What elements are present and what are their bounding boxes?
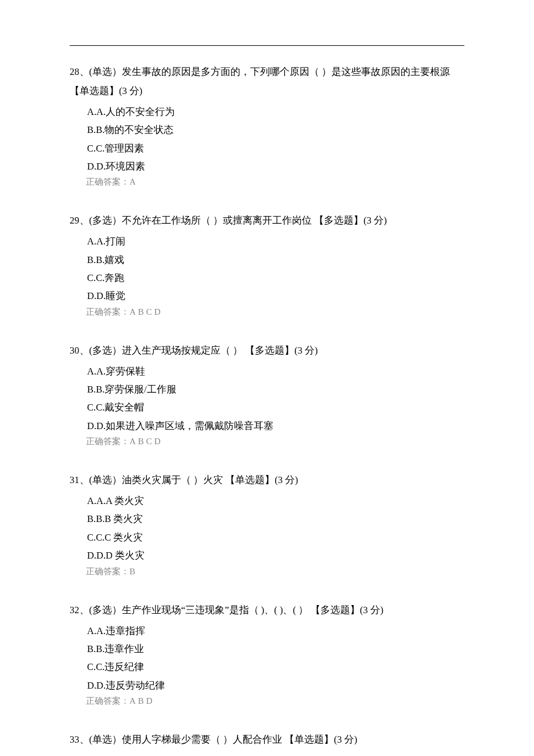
option-a: A.A.打闹 [87, 232, 464, 250]
options-list: A.A.穿劳保鞋 B.B.穿劳保服/工作服 C.C.戴安全帽 D.D.如果进入噪… [70, 362, 464, 435]
option-c: C.C.违反纪律 [87, 658, 464, 676]
top-ruler [70, 45, 464, 46]
correct-answer: 正确答案：A [70, 177, 464, 188]
option-a: A.A.违章指挥 [87, 622, 464, 640]
option-b: B.B.穿劳保服/工作服 [87, 380, 464, 398]
question-stem: 32、(多选）生产作业现场“三违现象”是指（ )、( )、( ） 【多选题】(3… [70, 600, 464, 620]
question-33: 33、(单选）使用人字梯最少需要（ ）人配合作业 【单选题】(3 分) [70, 730, 464, 749]
answer-label: 正确答案： [86, 437, 129, 446]
question-stem: 28、(单选）发生事故的原因是多方面的，下列哪个原因（ ）是这些事故原因的主要根… [70, 62, 464, 100]
question-30: 30、(多选）进入生产现场按规定应（ ） 【多选题】(3 分) A.A.穿劳保鞋… [70, 341, 464, 447]
correct-answer: 正确答案：ABCD [70, 436, 464, 447]
question-29: 29、(多选）不允许在工作场所（ ）或擅离离开工作岗位 【多选题】(3 分) A… [70, 211, 464, 317]
question-stem: 30、(多选）进入生产现场按规定应（ ） 【多选题】(3 分) [70, 341, 464, 360]
option-b: B.B.物的不安全状态 [87, 121, 464, 139]
options-list: A.A.人的不安全行为 B.B.物的不安全状态 C.C.管理因素 D.D.环境因… [70, 103, 464, 175]
option-d: D.D.如果进入噪声区域，需佩戴防噪音耳塞 [87, 417, 464, 435]
option-d: D.D.睡觉 [87, 287, 464, 305]
option-d: D.D.环境因素 [87, 157, 464, 175]
answer-value: ABCD [129, 307, 163, 316]
option-b: B.B.B 类火灾 [87, 510, 464, 528]
option-c: C.C.管理因素 [87, 139, 464, 157]
question-stem: 29、(多选）不允许在工作场所（ ）或擅离离开工作岗位 【多选题】(3 分) [70, 211, 464, 230]
options-list: A.A.违章指挥 B.B.违章作业 C.C.违反纪律 D.D.违反劳动纪律 [70, 622, 464, 694]
option-b: B.B.违章作业 [87, 640, 464, 658]
option-a: A.A.A 类火灾 [87, 492, 464, 510]
answer-value: ABCD [129, 437, 163, 446]
options-list: A.A.打闹 B.B.嬉戏 C.C.奔跑 D.D.睡觉 [70, 232, 464, 305]
answer-label: 正确答案： [86, 177, 129, 186]
option-a: A.A.穿劳保鞋 [87, 362, 464, 380]
answer-label: 正确答案： [86, 307, 129, 316]
answer-value: ABD [129, 696, 155, 705]
option-c: C.C.奔跑 [87, 269, 464, 287]
option-b: B.B.嬉戏 [87, 251, 464, 269]
option-c: C.C.戴安全帽 [87, 398, 464, 416]
exam-page: 28、(单选）发生事故的原因是多方面的，下列哪个原因（ ）是这些事故原因的主要根… [0, 0, 534, 756]
answer-value: A [129, 177, 138, 186]
correct-answer: 正确答案：ABCD [70, 307, 464, 318]
question-32: 32、(多选）生产作业现场“三违现象”是指（ )、( )、( ） 【多选题】(3… [70, 600, 464, 707]
question-28: 28、(单选）发生事故的原因是多方面的，下列哪个原因（ ）是这些事故原因的主要根… [70, 62, 464, 188]
question-stem: 31、(单选）油类火灾属于（ ）火灾 【单选题】(3 分) [70, 470, 464, 489]
option-a: A.A.人的不安全行为 [87, 103, 464, 121]
answer-label: 正确答案： [86, 567, 129, 576]
question-31: 31、(单选）油类火灾属于（ ）火灾 【单选题】(3 分) A.A.A 类火灾 … [70, 470, 464, 577]
correct-answer: 正确答案：ABD [70, 696, 464, 707]
answer-value: B [129, 567, 138, 576]
correct-answer: 正确答案：B [70, 566, 464, 577]
options-list: A.A.A 类火灾 B.B.B 类火灾 C.C.C 类火灾 D.D.D 类火灾 [70, 492, 464, 564]
option-d: D.D.违反劳动纪律 [87, 676, 464, 694]
option-c: C.C.C 类火灾 [87, 528, 464, 546]
option-d: D.D.D 类火灾 [87, 546, 464, 564]
answer-label: 正确答案： [86, 696, 129, 705]
question-stem: 33、(单选）使用人字梯最少需要（ ）人配合作业 【单选题】(3 分) [70, 730, 464, 749]
